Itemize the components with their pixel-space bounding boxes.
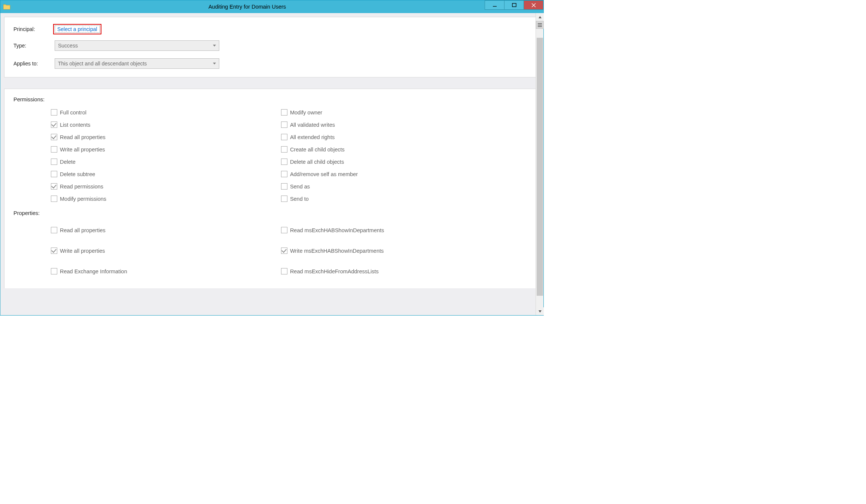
permission-checkbox[interactable] bbox=[281, 183, 287, 190]
permission-label: Delete all child objects bbox=[290, 159, 344, 165]
permission-label: Write all properties bbox=[60, 147, 105, 153]
permission-label: Add/remove self as member bbox=[290, 171, 358, 177]
permission-label: Modify owner bbox=[290, 110, 322, 116]
permission-row: Modify owner bbox=[281, 106, 511, 119]
permission-label: Send as bbox=[290, 184, 310, 190]
applies-label: Applies to: bbox=[13, 61, 55, 67]
type-value: Success bbox=[58, 43, 78, 49]
permission-row: Read all properties bbox=[51, 131, 281, 143]
property-label: Read msExchHideFromAddressLists bbox=[290, 268, 379, 274]
property-label: Read all properties bbox=[60, 227, 106, 233]
properties-col-left: Read all propertiesWrite all propertiesR… bbox=[51, 220, 281, 282]
vertical-scrollbar[interactable] bbox=[536, 13, 543, 315]
property-row: Read msExchHideFromAddressLists bbox=[281, 261, 511, 282]
permission-row: Modify permissions bbox=[51, 193, 281, 205]
permission-label: Delete subtree bbox=[60, 171, 95, 177]
scroll-down-icon[interactable] bbox=[536, 307, 544, 315]
property-checkbox[interactable] bbox=[281, 248, 287, 254]
property-label: Read Exchange Information bbox=[60, 268, 127, 274]
property-checkbox[interactable] bbox=[281, 227, 287, 233]
permission-row: Send to bbox=[281, 193, 511, 205]
permission-row: Send as bbox=[281, 180, 511, 193]
type-label: Type: bbox=[13, 43, 55, 49]
properties-grid: Read all propertiesWrite all propertiesR… bbox=[51, 220, 530, 282]
permissions-col-left: Full controlList contentsRead all proper… bbox=[51, 106, 281, 205]
permission-row: Add/remove self as member bbox=[281, 168, 511, 180]
permissions-grid: Full controlList contentsRead all proper… bbox=[51, 106, 530, 205]
permissions-col-right: Modify ownerAll validated writesAll exte… bbox=[281, 106, 511, 205]
scroll-thumb[interactable] bbox=[537, 38, 543, 296]
permission-checkbox[interactable] bbox=[281, 134, 287, 140]
permission-label: Read permissions bbox=[60, 184, 103, 190]
permission-checkbox[interactable] bbox=[51, 159, 57, 165]
permission-label: Send to bbox=[290, 196, 309, 202]
property-row: Write msExchHABShowInDepartments bbox=[281, 240, 511, 261]
folder-icon bbox=[3, 3, 11, 11]
permission-checkbox[interactable] bbox=[51, 171, 57, 177]
window-buttons bbox=[485, 0, 543, 10]
type-combobox[interactable]: Success bbox=[55, 40, 219, 51]
permissions-heading: Permissions: bbox=[13, 96, 530, 102]
property-label: Write msExchHABShowInDepartments bbox=[290, 248, 384, 254]
svg-rect-1 bbox=[512, 3, 516, 7]
permission-checkbox[interactable] bbox=[281, 196, 287, 202]
permission-label: List contents bbox=[60, 122, 90, 128]
window-title: Auditing Entry for Domain Users bbox=[11, 4, 543, 10]
permission-checkbox[interactable] bbox=[281, 109, 287, 116]
property-row: Read all properties bbox=[51, 220, 281, 240]
scroll-options-icon[interactable] bbox=[536, 21, 544, 29]
permission-label: All extended rights bbox=[290, 134, 335, 140]
permission-checkbox[interactable] bbox=[51, 196, 57, 202]
client-area: Principal: Select a principal Type: Succ… bbox=[0, 13, 543, 315]
permission-label: All validated writes bbox=[290, 122, 335, 128]
auditing-entry-window: Auditing Entry for Domain Users Principa… bbox=[0, 0, 544, 316]
permission-checkbox[interactable] bbox=[51, 109, 57, 116]
permission-row: Write all properties bbox=[51, 143, 281, 156]
scroll-up-icon[interactable] bbox=[536, 13, 544, 21]
select-principal-link[interactable]: Select a principal bbox=[55, 25, 100, 33]
principal-section: Principal: Select a principal Type: Succ… bbox=[4, 17, 540, 77]
permission-checkbox[interactable] bbox=[281, 159, 287, 165]
content-scroll: Principal: Select a principal Type: Succ… bbox=[4, 17, 540, 311]
permission-row: Read permissions bbox=[51, 180, 281, 193]
permission-row: All extended rights bbox=[281, 131, 511, 143]
property-label: Write all properties bbox=[60, 248, 105, 254]
permission-checkbox[interactable] bbox=[51, 183, 57, 190]
property-row: Read msExchHABShowInDepartments bbox=[281, 220, 511, 240]
permission-row: List contents bbox=[51, 119, 281, 131]
property-label: Read msExchHABShowInDepartments bbox=[290, 227, 384, 233]
titlebar[interactable]: Auditing Entry for Domain Users bbox=[0, 0, 543, 13]
permission-row: Delete bbox=[51, 156, 281, 168]
permission-checkbox[interactable] bbox=[281, 122, 287, 128]
property-checkbox[interactable] bbox=[281, 268, 287, 274]
permission-label: Read all properties bbox=[60, 134, 106, 140]
minimize-button[interactable] bbox=[485, 0, 504, 10]
permission-label: Full control bbox=[60, 110, 86, 116]
permission-checkbox[interactable] bbox=[51, 122, 57, 128]
property-row: Read Exchange Information bbox=[51, 261, 281, 282]
properties-col-right: Read msExchHABShowInDepartmentsWrite msE… bbox=[281, 220, 511, 282]
permission-row: All validated writes bbox=[281, 119, 511, 131]
properties-heading: Properties: bbox=[13, 210, 530, 216]
permissions-section: Permissions: Full controlList contentsRe… bbox=[4, 89, 540, 288]
principal-label: Principal: bbox=[13, 26, 55, 32]
permission-row: Full control bbox=[51, 106, 281, 119]
permission-label: Modify permissions bbox=[60, 196, 106, 202]
property-checkbox[interactable] bbox=[51, 268, 57, 274]
permission-checkbox[interactable] bbox=[281, 171, 287, 177]
permission-row: Delete all child objects bbox=[281, 156, 511, 168]
permission-label: Delete bbox=[60, 159, 76, 165]
maximize-button[interactable] bbox=[504, 0, 524, 10]
applies-value: This object and all descendant objects bbox=[58, 61, 147, 67]
permission-label: Create all child objects bbox=[290, 147, 345, 153]
permission-checkbox[interactable] bbox=[51, 146, 57, 153]
close-button[interactable] bbox=[524, 0, 543, 10]
property-checkbox[interactable] bbox=[51, 227, 57, 233]
permission-row: Delete subtree bbox=[51, 168, 281, 180]
property-row: Write all properties bbox=[51, 240, 281, 261]
permission-checkbox[interactable] bbox=[51, 134, 57, 140]
applies-combobox[interactable]: This object and all descendant objects bbox=[55, 58, 219, 69]
property-checkbox[interactable] bbox=[51, 248, 57, 254]
permission-checkbox[interactable] bbox=[281, 146, 287, 153]
permission-row: Create all child objects bbox=[281, 143, 511, 156]
